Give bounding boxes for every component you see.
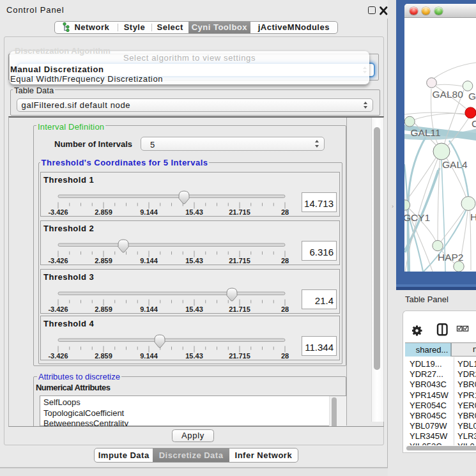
svg-text:C: C xyxy=(472,118,476,129)
svg-text:GAL80: GAL80 xyxy=(433,89,464,100)
svg-text:2.859: 2.859 xyxy=(95,257,112,265)
svg-text:2.859: 2.859 xyxy=(95,305,112,313)
svg-text:28: 28 xyxy=(281,208,289,216)
svg-text:GAL4: GAL4 xyxy=(442,159,468,170)
svg-text:28: 28 xyxy=(281,305,289,313)
svg-text:HAP2: HAP2 xyxy=(438,252,464,263)
svg-text:2.859: 2.859 xyxy=(95,208,112,216)
svg-text:21.715: 21.715 xyxy=(229,208,250,216)
svg-text:GA: GA xyxy=(468,91,476,102)
svg-text:-3.426: -3.426 xyxy=(48,208,68,216)
svg-text:15.43: 15.43 xyxy=(185,352,203,360)
svg-text:28: 28 xyxy=(281,352,289,360)
svg-text:9.144: 9.144 xyxy=(140,305,158,313)
svg-text:GCY1: GCY1 xyxy=(404,212,430,223)
svg-text:21.715: 21.715 xyxy=(229,352,250,360)
svg-text:15.43: 15.43 xyxy=(185,257,203,265)
svg-text:2.859: 2.859 xyxy=(95,352,112,360)
svg-text:28: 28 xyxy=(281,257,289,265)
svg-text:-3.426: -3.426 xyxy=(48,352,68,360)
svg-text:15.43: 15.43 xyxy=(185,208,203,216)
svg-text:21.715: 21.715 xyxy=(229,257,250,265)
svg-text:-3.426: -3.426 xyxy=(48,305,68,313)
svg-text:15.43: 15.43 xyxy=(185,305,203,313)
svg-text:9.144: 9.144 xyxy=(140,208,158,216)
svg-text:-3.426: -3.426 xyxy=(48,257,68,265)
svg-text:9.144: 9.144 xyxy=(140,352,158,360)
svg-text:9.144: 9.144 xyxy=(140,257,158,265)
svg-text:GAL11: GAL11 xyxy=(411,127,441,138)
svg-text:21.715: 21.715 xyxy=(229,305,250,313)
svg-text:H: H xyxy=(470,211,476,222)
